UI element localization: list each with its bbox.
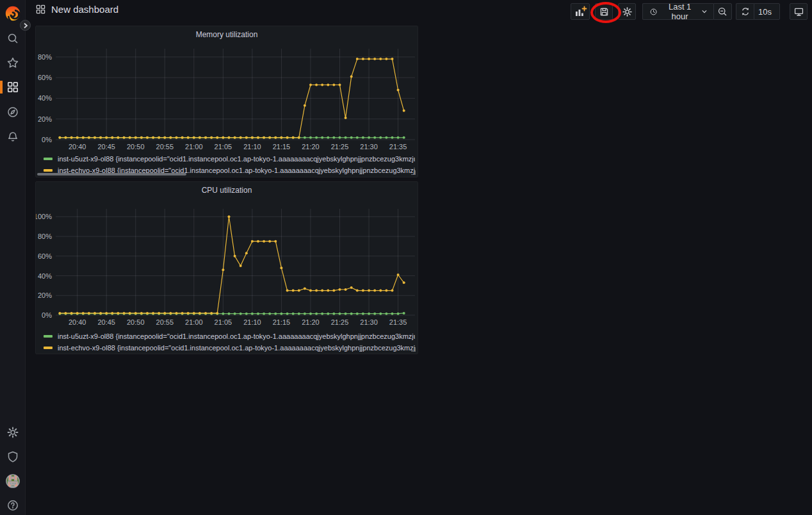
monitor-icon [793,6,804,17]
grafana-logo-icon [4,4,22,22]
sidebar-item-dashboards[interactable] [0,75,26,99]
panel-resize-handle[interactable] [411,347,416,352]
svg-text:21:30: 21:30 [360,143,378,151]
sidebar-item-explore[interactable] [0,100,26,124]
svg-text:21:20: 21:20 [302,318,320,326]
chevron-down-icon [702,10,707,13]
time-range-label: Last 1 hour [662,2,698,21]
svg-text:20:50: 20:50 [127,143,145,151]
add-panel-button[interactable] [571,3,590,20]
sidebar-item-help[interactable] [0,493,26,515]
svg-text:21:25: 21:25 [331,318,349,326]
legend-item[interactable]: inst-u5uzt-x9-ol88 {instancepoolid="ocid… [44,153,415,165]
refresh-interval-label: 10s [758,7,772,17]
svg-text:21:25: 21:25 [331,143,349,151]
clock-icon [649,7,658,17]
svg-text:40%: 40% [38,94,52,102]
svg-text:20:50: 20:50 [127,318,145,326]
bell-icon [6,131,19,143]
legend-item[interactable]: inst-echvo-x9-ol88 {instancepoolid="ocid… [44,342,415,354]
legend-swatch-green [44,158,53,160]
panel-resize-handle[interactable] [411,170,416,175]
cpu-panel-title[interactable]: CPU utilization [36,186,418,195]
bar-chart-plus-icon [574,6,587,17]
svg-text:21:20: 21:20 [302,143,320,151]
svg-text:21:15: 21:15 [273,143,291,151]
svg-text:20:55: 20:55 [156,143,174,151]
sidebar-item-configuration[interactable] [0,420,26,445]
svg-text:21:35: 21:35 [389,143,407,151]
legend-label: inst-u5uzt-x9-ol88 {instancepoolid="ocid… [58,155,415,163]
search-icon [6,32,19,45]
svg-text:20%: 20% [38,115,52,123]
svg-text:100%: 100% [36,213,52,220]
svg-text:20:45: 20:45 [97,318,115,326]
svg-text:21:05: 21:05 [215,318,232,326]
svg-text:20:55: 20:55 [156,318,174,326]
svg-text:0%: 0% [42,136,52,143]
save-icon [599,6,610,17]
svg-text:21:35: 21:35 [389,318,407,326]
cpu-legend: inst-u5uzt-x9-ol88 {instancepoolid="ocid… [44,331,415,354]
search-minus-icon [717,6,728,17]
svg-text:60%: 60% [38,252,52,260]
cpu-chart[interactable]: 0%20%40%60%80%100%20:4020:4520:5020:5521… [36,199,418,327]
svg-text:20%: 20% [38,291,52,299]
svg-text:21:10: 21:10 [243,318,261,326]
star-icon [6,56,19,69]
cpu-panel: CPU utilization 0%20%40%60%80%100%20:402… [35,181,418,354]
svg-text:40%: 40% [38,272,52,280]
sidebar-item-starred[interactable] [0,51,26,75]
gear-icon [6,426,19,439]
compass-icon [6,106,19,119]
question-circle-icon [6,499,19,512]
dashboard-header: New dashboard [26,0,812,24]
sidebar-item-profile[interactable] [0,469,26,493]
legend-swatch-yellow [44,169,53,172]
time-range-picker[interactable]: Last 1 hour [642,3,713,20]
apps-grid-icon [6,81,19,94]
svg-text:21:10: 21:10 [243,143,261,151]
cycle-view-mode-button[interactable] [790,3,808,20]
sidebar-item-server-admin[interactable] [0,445,26,469]
sidebar-expand-button[interactable] [20,20,31,31]
save-dashboard-button[interactable] [595,3,613,20]
svg-text:21:00: 21:00 [185,318,203,326]
legend-item[interactable]: inst-u5uzt-x9-ol88 {instancepoolid="ocid… [44,331,415,342]
memory-panel: Memory utilization 0%20%40%60%80%20:4020… [35,26,418,177]
sync-icon [740,6,751,17]
zoom-out-time-button[interactable] [713,3,732,20]
refresh-interval-dropdown[interactable]: 10s [754,3,780,20]
chevron-right-icon [23,22,28,29]
svg-text:21:30: 21:30 [360,318,378,326]
page-title: New dashboard [51,4,118,15]
svg-text:80%: 80% [38,233,52,240]
memory-panel-title[interactable]: Memory utilization [36,30,418,39]
svg-text:20:40: 20:40 [69,318,86,326]
legend-horizontal-scrollbar[interactable] [37,173,186,176]
svg-text:20:40: 20:40 [69,143,86,151]
legend-label: inst-u5uzt-x9-ol88 {instancepoolid="ocid… [58,332,415,340]
legend-swatch-green [44,335,53,338]
apps-grid-icon [35,4,46,15]
refresh-dashboard-button[interactable] [736,3,754,20]
svg-text:20:45: 20:45 [97,143,115,151]
svg-text:21:00: 21:00 [185,143,203,151]
memory-chart[interactable]: 0%20%40%60%80%20:4020:4520:5020:5521:002… [36,43,418,152]
sidebar-item-alerting[interactable] [0,125,26,149]
legend-label: inst-echvo-x9-ol88 {instancepoolid="ocid… [58,344,415,352]
user-avatar [5,473,20,489]
svg-text:0%: 0% [42,311,52,319]
sidebar [0,0,26,515]
legend-swatch-yellow [44,347,53,349]
svg-text:21:15: 21:15 [273,318,291,326]
shield-icon [6,450,19,463]
svg-text:60%: 60% [38,74,52,81]
gear-icon [622,6,633,17]
svg-text:80%: 80% [38,53,52,61]
dashboard-settings-button[interactable] [618,3,636,20]
svg-text:21:05: 21:05 [215,143,232,151]
